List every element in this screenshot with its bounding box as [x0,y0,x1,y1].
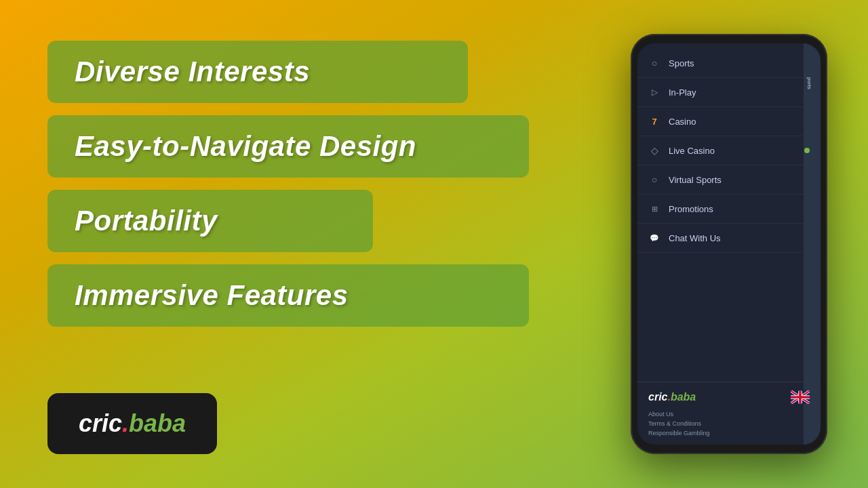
phone-outer: 4:12 ▲▲▲ WiFi ▮ ▲ cric.baba LOGIN REGIST… [631,34,827,454]
brand-logo-box: cric.baba [47,393,217,454]
sidebar-label-in-play: In-Play [669,87,696,98]
sidebar-label-virtual-sports: Virtual Sports [669,175,722,185]
footer-logo-cric: cric [648,391,667,403]
sidebar-label-casino: Casino [669,117,696,127]
feature-box-immersive-features: Immersive Features [47,264,529,327]
sidebar-item-chat-with-us[interactable]: 💬 Chat With Us [637,224,821,253]
sidebar-label-sports: Sports [669,58,694,68]
features-area: Diverse Interests Easy-to-Navigate Desig… [47,41,522,327]
sidebar-label-chat-with-us: Chat With Us [669,233,721,243]
feature-label-diverse-interests: Diverse Interests [75,56,310,88]
sidebar-item-promotions[interactable]: ⊞ Promotions [637,195,821,224]
sidebar-overlay: ports ○ Sports ▷ In-Play 7 Casino [637,43,821,445]
sidebar-item-virtual-sports[interactable]: ○ Virtual Sports [637,165,821,195]
footer-logo-baba: baba [671,391,696,403]
feature-box-diverse-interests: Diverse Interests [47,41,468,103]
logo-cric: cric [79,409,122,437]
virtual-sports-icon: ○ [648,174,660,186]
feature-label-portability: Portability [75,205,218,237]
casino-icon: 7 [648,115,660,127]
feature-label-easy-navigate: Easy-to-Navigate Design [75,130,416,163]
footer-link-about-us[interactable]: About Us [648,411,810,418]
promotions-icon: ⊞ [648,203,660,215]
sidebar-item-in-play[interactable]: ▷ In-Play [637,78,821,107]
in-play-icon: ▷ [648,86,660,98]
sidebar-item-sports[interactable]: ○ Sports [637,49,821,78]
sidebar-footer: cric.baba About Us Terms & [637,382,821,445]
uk-flag-icon [791,390,810,404]
logo-baba: baba [129,409,186,437]
feature-label-immersive-features: Immersive Features [75,279,349,312]
chat-icon: 💬 [648,232,660,244]
partial-page-text: ports [804,43,812,89]
footer-link-responsible-gambling[interactable]: Responsible Gambling [648,430,810,436]
sidebar-label-live-casino: Live Casino [669,146,715,156]
phone-mockup: 4:12 ▲▲▲ WiFi ▮ ▲ cric.baba LOGIN REGIST… [631,34,827,454]
live-casino-icon: ◇ [648,144,660,157]
footer-logo: cric.baba [648,391,696,403]
brand-logo-text: cric.baba [79,409,186,438]
sports-icon: ○ [648,57,660,69]
footer-link-terms[interactable]: Terms & Conditions [648,420,810,427]
feature-box-easy-navigate: Easy-to-Navigate Design [47,115,529,178]
footer-brand-row: cric.baba [648,390,810,404]
sidebar-item-casino[interactable]: 7 Casino [637,107,821,136]
sidebar-item-live-casino[interactable]: ◇ Live Casino [637,136,821,165]
logo-dot: . [122,409,129,437]
phone-screen: 4:12 ▲▲▲ WiFi ▮ ▲ cric.baba LOGIN REGIST… [637,43,821,445]
sidebar-label-promotions: Promotions [669,204,713,214]
live-indicator [804,148,810,153]
footer-links: About Us Terms & Conditions Responsible … [648,411,810,436]
sidebar-menu: ○ Sports ▷ In-Play 7 Casino ◇ Live Casin… [637,43,821,258]
feature-box-portability: Portability [47,190,373,252]
